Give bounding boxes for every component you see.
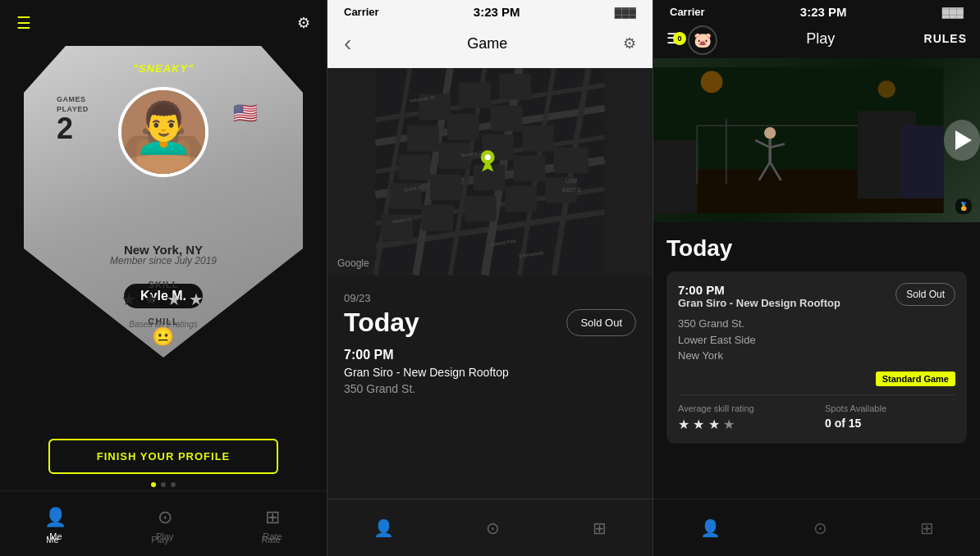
badge-text: 🏅	[959, 202, 969, 211]
status-bar-2: Carrier 3:23 PM ▓▓▓	[327, 0, 653, 19]
map-container: Delancey St Broome St Grand St Hester St…	[327, 68, 653, 276]
today-row: Today Sold Out	[344, 308, 636, 338]
date-text: 09/23	[344, 292, 636, 304]
video-scene	[653, 58, 944, 222]
nav2-me[interactable]: 👤	[373, 518, 394, 538]
pig-badge-container: 🐷 0	[688, 25, 717, 52]
panel3-bottom-nav: 👤 ⊙ ⊞	[653, 499, 980, 556]
spots-stat-label: Spots Available	[825, 403, 955, 413]
svg-point-53	[701, 71, 723, 93]
rate-icon: ⊞	[265, 507, 280, 528]
svg-rect-22	[499, 74, 531, 100]
svg-rect-24	[447, 114, 479, 140]
dot-2	[161, 482, 166, 487]
google-label: Google	[337, 257, 369, 269]
video-background	[653, 58, 980, 222]
svg-point-1	[147, 104, 181, 138]
svg-rect-34	[554, 148, 588, 174]
panel-game: Carrier 3:23 PM ▓▓▓ ‹ Game ⚙	[327, 0, 653, 556]
svg-rect-26	[398, 154, 430, 180]
play-button-overlay[interactable]	[944, 120, 980, 161]
svg-rect-6	[143, 128, 184, 134]
star-4: ★	[189, 290, 205, 308]
map-svg: Delancey St Broome St Grand St Hester St…	[327, 68, 653, 276]
s1: ★	[678, 417, 689, 431]
s3: ★	[708, 417, 720, 431]
avatar	[118, 87, 208, 177]
event-card-top: 7:00 PM Gran Siro - New Design Rooftop S…	[678, 283, 955, 309]
svg-rect-38	[505, 186, 537, 212]
dot-1	[151, 482, 156, 487]
skill-section: SKILL ★ ★ ★ ★	[121, 280, 206, 309]
address-text-2: 350 Grand St.	[344, 382, 636, 395]
sneaky-label: "SNEAKY"	[133, 62, 195, 75]
nav2-rate[interactable]: ⊞	[593, 518, 607, 538]
skill-stat-label: Average skill rating	[678, 403, 808, 413]
panel1-header: ☰ ⚙	[0, 0, 327, 46]
gear-icon-2[interactable]: ⚙	[623, 34, 636, 52]
event-venue: Gran Siro - New Design Rooftop	[678, 297, 840, 309]
thumbnail-badge: 🏅	[955, 198, 972, 214]
battery-text-3: ▓▓▓	[942, 7, 964, 18]
panel3-content: Today 7:00 PM Gran Siro - New Design Roo…	[653, 222, 980, 499]
nav-play-text: Play	[151, 535, 168, 545]
shield-container: "SNEAKY" GAMESPLAYED 2	[24, 46, 303, 358]
svg-text:EAST S: EAST S	[562, 187, 580, 193]
status-bar-3: Carrier 3:23 PM ▓▓▓	[653, 0, 980, 22]
video-container[interactable]: 🏅	[653, 58, 980, 222]
nav2-play[interactable]: ⊙	[486, 518, 500, 538]
panel-profile: ☰ ⚙ "SNEAKY" GAMESPLAYED 2	[0, 0, 327, 556]
battery-text-2: ▓▓▓	[615, 7, 636, 18]
nav-me-text: Me	[46, 535, 58, 545]
svg-point-4	[148, 116, 155, 124]
finish-profile-button[interactable]: FINISH YOUR PROFILE	[48, 439, 278, 474]
me-icon: 👤	[44, 507, 66, 528]
svg-rect-57	[653, 140, 697, 213]
star-2: ★	[144, 290, 160, 308]
svg-rect-56	[901, 125, 944, 198]
event-card: 7:00 PM Gran Siro - New Design Rooftop S…	[666, 271, 967, 444]
nav3-rate[interactable]: ⊞	[920, 518, 934, 538]
member-since-text: Member since July 2019	[110, 255, 217, 267]
nav3-me[interactable]: 👤	[700, 518, 721, 538]
svg-point-50	[485, 154, 491, 160]
panel2-bottom-nav: 👤 ⊙ ⊞	[327, 499, 653, 556]
nav3-me-icon: 👤	[700, 518, 721, 538]
skill-stars: ★ ★ ★ ★	[121, 289, 206, 309]
rules-button[interactable]: RULES	[924, 32, 967, 45]
svg-rect-37	[465, 196, 497, 222]
svg-rect-33	[514, 156, 546, 182]
skill-stat-stars: ★ ★ ★ ★	[678, 417, 808, 432]
pig-icon: 🐷	[688, 25, 717, 55]
game-type-container: Standard Game	[678, 371, 955, 386]
gear-icon[interactable]: ⚙	[297, 14, 310, 32]
avatar-illustration	[121, 87, 205, 177]
play-triangle-icon	[955, 130, 972, 150]
skill-stat: Average skill rating ★ ★ ★ ★	[678, 403, 808, 432]
svg-rect-29	[522, 125, 554, 152]
hamburger-icon[interactable]: ☰	[16, 13, 31, 33]
carrier-text-3: Carrier	[670, 6, 705, 18]
svg-rect-31	[430, 175, 462, 201]
panel2-info: 09/23 Today Sold Out 7:00 PM Gran Siro -…	[327, 276, 653, 499]
nav3-play[interactable]: ⊙	[813, 518, 827, 538]
svg-rect-21	[459, 83, 491, 109]
svg-rect-23	[407, 125, 439, 152]
sold-out-button-2[interactable]: Sold Out	[566, 309, 636, 336]
back-button[interactable]: ‹	[344, 30, 351, 57]
venue-name-2: Gran Siro - New Design Rooftop	[344, 366, 636, 379]
play-icon: ⊙	[158, 507, 172, 528]
svg-rect-36	[422, 205, 454, 231]
event-time: 7:00 PM	[678, 283, 840, 297]
nav3-rate-icon: ⊞	[920, 518, 934, 538]
sold-out-button-3[interactable]: Sold Out	[895, 283, 955, 306]
dot-3	[171, 482, 176, 487]
spots-stat: Spots Available 0 of 15	[825, 403, 955, 432]
nav2-play-icon: ⊙	[486, 518, 500, 538]
time-text-3: 3:23 PM	[800, 5, 847, 19]
carrier-text-2: Carrier	[344, 6, 379, 18]
flag-emoji: 🇺🇸	[233, 102, 258, 125]
svg-rect-3	[148, 130, 178, 144]
svg-point-5	[171, 116, 178, 124]
nav3-play-icon: ⊙	[813, 518, 827, 538]
